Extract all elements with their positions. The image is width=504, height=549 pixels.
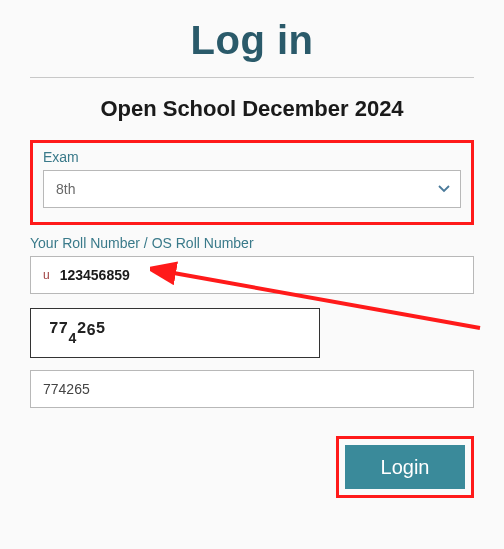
chevron-down-icon [438,182,450,196]
captcha-input-value: 774265 [43,381,90,397]
exam-select[interactable]: 8th [43,170,461,208]
captcha-image: 7 7 4 2 6 5 [30,308,320,358]
subtitle: Open School December 2024 [30,96,474,122]
login-button[interactable]: Login [345,445,465,489]
roll-value: 123456859 [60,267,130,283]
exam-label: Exam [43,149,461,165]
roll-label: Your Roll Number / OS Roll Number [30,235,474,251]
captcha-input[interactable]: 774265 [30,370,474,408]
roll-input[interactable]: u 123456859 [30,256,474,294]
login-title: Log in [30,18,474,63]
login-highlight-box: Login [336,436,474,498]
roll-prefix: u [43,268,50,282]
exam-highlight-box: Exam 8th [30,140,474,225]
exam-select-value: 8th [56,181,75,197]
divider [30,77,474,78]
